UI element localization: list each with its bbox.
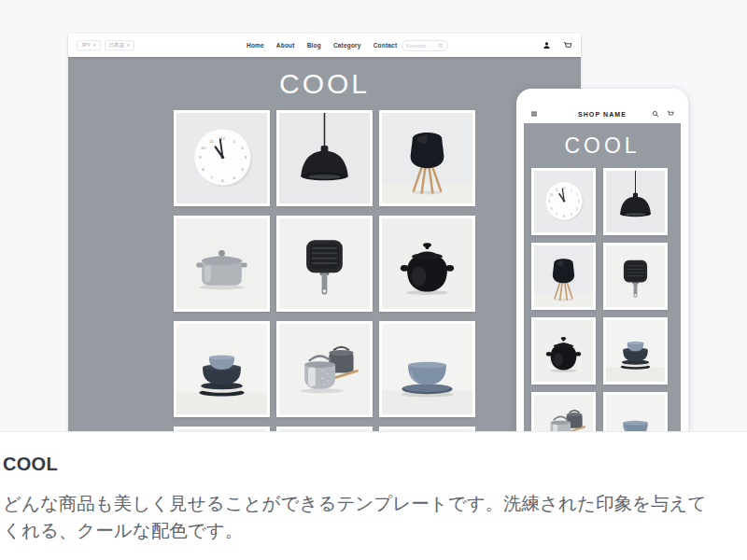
- product-tile-clock[interactable]: [174, 110, 270, 206]
- product-photo-clock: [534, 171, 593, 232]
- product-photo-clock: [176, 113, 267, 203]
- product-tile-grill-pan[interactable]: [603, 243, 668, 310]
- template-description: どんな商品も美しく見せることができるテンプレートです。洗練された印象を与えて く…: [3, 490, 742, 543]
- product-photo-grill-pan: [606, 245, 665, 307]
- product-photo-blue-bowl: [382, 324, 472, 414]
- product-tile-steel-pots[interactable]: [276, 321, 373, 417]
- product-photo-stacked-bowls: [176, 324, 267, 414]
- product-photo-steel-pots: [534, 395, 593, 432]
- language-select-label: 日本語: [109, 43, 125, 49]
- product-tile-pendant-lamp[interactable]: [276, 110, 373, 206]
- product-tile-clock[interactable]: [531, 168, 596, 235]
- chevron-down-icon: ▾: [93, 43, 96, 48]
- desktop-product-grid: [174, 110, 475, 432]
- product-tile-black-pot[interactable]: [379, 216, 475, 312]
- chevron-down-icon: ▾: [127, 43, 130, 48]
- product-photo-chair: [534, 245, 593, 307]
- product-tile-gray-pot[interactable]: [174, 216, 270, 312]
- product-tile-stacked-bowls[interactable]: [603, 317, 668, 385]
- desktop-nav: HomeAboutBlogCategoryContact: [247, 34, 397, 57]
- desktop-mockup: JPY ▾ 日本語 ▾ HomeAboutBlogCategoryContact: [68, 34, 581, 431]
- nav-link-home[interactable]: Home: [247, 42, 264, 49]
- mobile-product-grid: [524, 168, 681, 432]
- language-select[interactable]: 日本語 ▾: [105, 40, 134, 51]
- product-photo-black-pot: [534, 320, 593, 382]
- currency-select[interactable]: JPY ▾: [77, 40, 101, 51]
- product-photo-pendant-lamp: [279, 113, 370, 203]
- template-preview-area: JPY ▾ 日本語 ▾ HomeAboutBlogCategoryContact: [0, 0, 747, 432]
- nav-link-category[interactable]: Category: [333, 42, 361, 49]
- product-tile-black-pot[interactable]: [531, 317, 596, 385]
- cart-icon[interactable]: [563, 41, 572, 50]
- mobile-screen: SHOP NAME COOL: [524, 105, 681, 432]
- product-photo-stacked-bowls: [606, 320, 665, 382]
- product-tile-steel-pots[interactable]: [531, 392, 596, 432]
- nav-link-blog[interactable]: Blog: [307, 42, 321, 49]
- product-tile-blue-bowl[interactable]: [379, 321, 475, 417]
- nav-link-about[interactable]: About: [276, 42, 295, 49]
- mobile-mockup: SHOP NAME COOL: [516, 89, 688, 432]
- product-photo-grill-pan: [279, 218, 370, 309]
- product-photo-pendant-lamp: [606, 171, 665, 232]
- locale-selects: JPY ▾ 日本語 ▾: [77, 40, 134, 51]
- product-photo-black-pot: [382, 218, 472, 309]
- product-tile-grill-pan[interactable]: [276, 216, 373, 312]
- nav-link-contact[interactable]: Contact: [374, 42, 398, 49]
- mobile-header-bar: SHOP NAME: [524, 105, 681, 123]
- product-tile-chair[interactable]: [531, 243, 596, 310]
- product-tile-blue-bowl[interactable]: [603, 392, 668, 432]
- product-photo-blue-bowl: [606, 395, 665, 432]
- search-icon[interactable]: [438, 43, 444, 49]
- search-input[interactable]: [406, 43, 436, 49]
- product-photo-gray-pot: [176, 218, 267, 309]
- product-photo-chair: [382, 113, 472, 203]
- template-info-section: COOL どんな商品も美しく見せることができるテンプレートです。洗練された印象を…: [0, 432, 747, 560]
- product-photo-steel-pots: [279, 324, 370, 414]
- desktop-header-bar: JPY ▾ 日本語 ▾ HomeAboutBlogCategoryContact: [68, 34, 581, 57]
- mobile-hero-title: COOL: [524, 123, 681, 168]
- template-preview-page: JPY ▾ 日本語 ▾ HomeAboutBlogCategoryContact: [0, 0, 747, 560]
- desktop-header-icons: [543, 41, 572, 50]
- product-tile-chair[interactable]: [379, 110, 475, 206]
- desktop-search-box: [402, 40, 448, 51]
- search-icon[interactable]: [652, 110, 659, 118]
- template-title: COOL: [3, 454, 742, 475]
- person-icon[interactable]: [543, 41, 551, 49]
- product-tile-pendant-lamp[interactable]: [603, 168, 668, 235]
- product-tile-stacked-bowls[interactable]: [174, 321, 270, 417]
- mobile-header-icons: [652, 110, 674, 118]
- currency-select-label: JPY: [81, 43, 91, 49]
- desktop-hero-title: COOL: [68, 57, 581, 110]
- cart-icon[interactable]: [667, 110, 674, 118]
